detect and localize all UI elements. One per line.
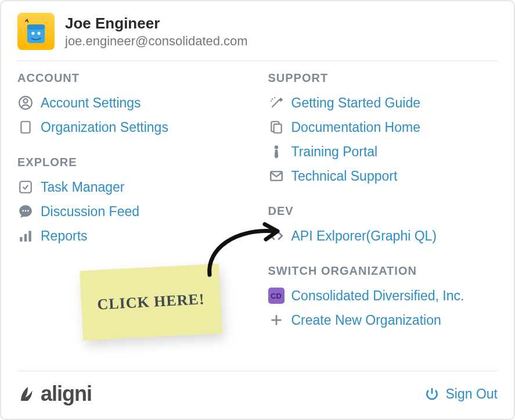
getting-started-item[interactable]: Getting Started Guide [268,91,498,115]
footer: aligni Sign Out [17,371,498,419]
menu-label: Account Settings [41,95,141,111]
svg-point-3 [38,32,41,35]
menu-label: Documentation Home [291,120,420,135]
documentation-home-item[interactable]: Documentation Home [268,115,498,139]
menu-label: Technical Support [291,168,398,184]
account-section-title: ACCOUNT [17,71,247,85]
tie-icon [268,143,284,160]
dev-section: DEV API Exlporer(Graphi QL) [268,204,498,248]
menu-label: Reports [41,228,88,244]
sign-out-button[interactable]: Sign Out [424,386,498,402]
menu-label: Task Manager [41,180,124,195]
svg-point-2 [31,32,34,35]
power-icon [424,386,440,402]
svg-rect-20 [273,124,281,133]
account-section: ACCOUNT Account Settings Organization Se… [17,71,247,139]
copy-icon [268,119,284,135]
chat-icon [17,203,34,220]
svg-point-15 [25,210,27,212]
right-column: SUPPORT Getting Started Guide Documentat… [268,71,498,371]
svg-point-21 [274,145,278,149]
user-circle-icon [17,95,34,111]
switch-org-section-title: SWITCH ORGANIZATION [268,264,498,278]
brand-logo: aligni [17,382,92,406]
sticky-note: CLICK HERE! [80,264,222,340]
support-section-title: SUPPORT [268,71,498,85]
training-portal-item[interactable]: Training Portal [268,139,498,164]
menu-label: Discussion Feed [41,204,139,220]
sticky-note-text: CLICK HERE! [97,290,205,314]
user-menu-panel: Joe Engineer joe.engineer@consolidated.c… [0,0,515,420]
svg-rect-18 [24,234,27,242]
org-consolidated-item[interactable]: CD Consolidated Diversified, Inc. [268,283,498,308]
code-icon [268,228,284,244]
account-settings-item[interactable]: Account Settings [17,91,247,115]
svg-rect-19 [28,231,31,241]
svg-point-16 [27,210,29,212]
technical-support-item[interactable]: Technical Support [268,164,498,188]
sign-out-label: Sign Out [446,386,498,402]
building-icon [17,119,34,135]
discussion-feed-item[interactable]: Discussion Feed [17,199,247,224]
support-section: SUPPORT Getting Started Guide Documentat… [268,71,498,188]
menu-label: Getting Started Guide [291,95,420,111]
svg-rect-1 [27,24,45,29]
magic-wand-icon [268,95,284,111]
menu-label: Organization Settings [41,120,168,135]
svg-point-14 [22,210,24,212]
explore-section: EXPLORE Task Manager Discussion Feed [17,156,247,248]
svg-point-5 [23,99,27,103]
reports-item[interactable]: Reports [17,224,247,248]
menu-label: Training Portal [291,144,378,160]
user-name: Joe Engineer [65,15,248,33]
svg-rect-6 [21,121,30,133]
org-badge-icon: CD [268,288,284,304]
avatar [17,13,55,50]
menu-label: API Exlporer(Graphi QL) [291,228,437,244]
plus-icon [268,312,284,328]
user-email: joe.engineer@consolidated.com [65,34,248,49]
svg-rect-17 [20,237,22,242]
bar-chart-icon [17,228,34,244]
explore-section-title: EXPLORE [17,156,247,169]
create-new-org-item[interactable]: Create New Organization [268,308,498,332]
menu-label: Consolidated Diversified, Inc. [291,288,464,304]
api-explorer-item[interactable]: API Exlporer(Graphi QL) [268,224,498,248]
menu-label: Create New Organization [291,313,441,328]
task-manager-item[interactable]: Task Manager [17,175,247,199]
user-header: Joe Engineer joe.engineer@consolidated.c… [17,13,498,61]
checkbox-icon [17,179,34,195]
svg-rect-13 [20,181,31,193]
dev-section-title: DEV [268,204,498,218]
mail-icon [268,168,284,184]
switch-org-section: SWITCH ORGANIZATION CD Consolidated Dive… [268,264,498,332]
organization-settings-item[interactable]: Organization Settings [17,115,247,139]
brand-text: aligni [41,382,92,406]
